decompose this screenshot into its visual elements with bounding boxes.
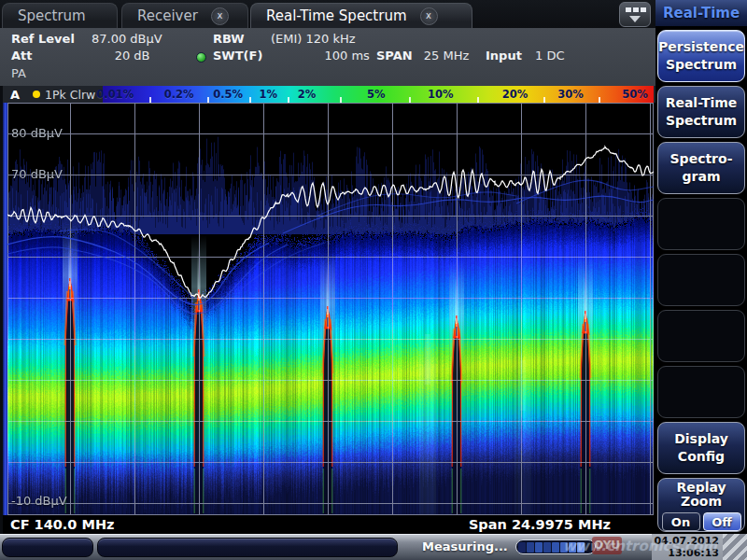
rbw-value: (EMI) 120 kHz bbox=[271, 32, 356, 46]
span-value: 25 MHz bbox=[424, 49, 470, 63]
trace-color-icon bbox=[33, 91, 40, 98]
softkey-empty-2 bbox=[657, 254, 745, 306]
softkey-display-config[interactable]: Display Config bbox=[657, 422, 745, 474]
measurement-display: A 1Pk Clrw 0.01% 0.2% 0.5% 1% 2% 5% 10% … bbox=[3, 86, 655, 534]
softkey-real-time-spectrum[interactable]: Real-Time Spectrum bbox=[657, 86, 745, 138]
y-axis-label: -10 dBµV bbox=[11, 494, 67, 508]
trace-label: 1Pk Clrw bbox=[45, 88, 95, 102]
att-field[interactable]: Att 20 dB bbox=[11, 49, 150, 63]
status-slot-2 bbox=[97, 538, 398, 557]
layout-grid-icon bbox=[633, 7, 639, 12]
softkey-sidebar: Real-Time Persistence Spectrum Real-Time… bbox=[655, 0, 747, 534]
ref-level-field[interactable]: Ref Level 87.00 dBµV bbox=[11, 32, 162, 46]
span-label: SPAN bbox=[376, 49, 413, 63]
status-bar: Measuring... bbox=[0, 534, 747, 560]
rbw-field[interactable]: RBW bbox=[213, 32, 245, 46]
layout-grid-icon bbox=[641, 7, 646, 12]
input-value: 1 DC bbox=[535, 49, 565, 63]
frequency-axis-bar: CF 140.0 MHz Span 24.9975 MHz bbox=[3, 515, 655, 534]
tab-layout-menu-button[interactable] bbox=[619, 2, 651, 27]
y-axis-label: 70 dBµV bbox=[11, 167, 63, 181]
att-label: Att bbox=[11, 49, 33, 63]
input-label: Input bbox=[486, 49, 522, 63]
measurement-progress-bar bbox=[515, 539, 596, 554]
layout-grid-icon bbox=[626, 7, 631, 12]
date-time-display: 04.07.2012 13:06:13 bbox=[652, 534, 747, 560]
scale-label: 1% bbox=[259, 88, 277, 101]
plot-area: 80 dBµV 70 dBµV -10 dBµV bbox=[7, 103, 654, 515]
replay-zoom-on-button[interactable]: On bbox=[662, 512, 700, 531]
scale-label: 0.5% bbox=[213, 88, 243, 101]
softkey-empty-4 bbox=[657, 366, 745, 418]
ref-level-label: Ref Level bbox=[11, 32, 75, 46]
scale-label: 30% bbox=[557, 88, 584, 101]
att-value: 20 dB bbox=[115, 49, 150, 63]
swt-value: 100 ms bbox=[324, 49, 369, 63]
scale-label: 5% bbox=[367, 88, 386, 101]
persistence-display-canvas bbox=[7, 103, 654, 515]
tab-receiver[interactable]: Receiver x bbox=[121, 3, 248, 28]
tab-real-time-spectrum[interactable]: Real-Time Spectrum x bbox=[250, 3, 472, 28]
chevron-down-icon bbox=[629, 16, 641, 22]
settings-header: Ref Level 87.00 dBµV RBW (EMI) 120 kHz A… bbox=[0, 28, 655, 86]
scale-label: 2% bbox=[298, 88, 317, 101]
scale-label: 0.01% bbox=[96, 88, 134, 101]
span-readout: Span 24.9975 MHz bbox=[469, 517, 611, 532]
tab-bar: Spectrum Receiver x Real-Time Spectrum x bbox=[0, 0, 655, 28]
date-value: 04.07.2012 bbox=[652, 535, 719, 547]
time-value: 13:06:13 bbox=[652, 547, 719, 559]
softkey-replay-zoom[interactable]: Replay Zoom On Off bbox=[657, 478, 745, 532]
scale-label: 50% bbox=[622, 88, 648, 101]
softkey-empty-1 bbox=[657, 198, 745, 250]
softkey-empty-3 bbox=[657, 310, 745, 362]
swt-label: SWT(F) bbox=[213, 49, 262, 63]
softkey-menu-title: Real-Time bbox=[655, 0, 747, 26]
tab-label: Spectrum bbox=[12, 7, 92, 24]
corner-grip-icon bbox=[723, 534, 747, 560]
softkey-persistence-spectrum[interactable]: Persistence Spectrum bbox=[657, 30, 745, 82]
y-axis-label: 80 dBµV bbox=[11, 126, 63, 140]
measuring-status: Measuring... bbox=[422, 539, 508, 553]
persistence-color-scale: 0.01% 0.2% 0.5% 1% 2% 5% 10% 20% 30% 50% bbox=[103, 86, 654, 103]
scale-label: 20% bbox=[502, 88, 529, 101]
ref-level-value: 87.00 dBµV bbox=[92, 32, 162, 46]
tab-spectrum[interactable]: Spectrum bbox=[2, 3, 118, 28]
close-icon[interactable]: x bbox=[420, 7, 438, 25]
rbw-label: RBW bbox=[213, 32, 245, 46]
scale-label: 10% bbox=[428, 88, 454, 101]
display-legend-bar: A 1Pk Clrw 0.01% 0.2% 0.5% 1% 2% 5% 10% … bbox=[3, 86, 655, 103]
preamp-indicator: PA bbox=[11, 66, 26, 80]
sweep-led-icon bbox=[196, 52, 206, 63]
input-field[interactable]: Input 1 DC bbox=[486, 49, 565, 63]
analyzer-screen: Spectrum Receiver x Real-Time Spectrum x… bbox=[0, 0, 747, 560]
tab-label: Real-Time Spectrum bbox=[261, 7, 413, 24]
replay-zoom-off-button[interactable]: Off bbox=[703, 512, 741, 531]
close-icon[interactable]: x bbox=[211, 7, 229, 25]
window-label: A bbox=[3, 88, 27, 102]
status-slot-1 bbox=[2, 538, 93, 557]
swt-field[interactable]: SWT(F) 100 ms bbox=[213, 49, 370, 63]
scale-label: 0.2% bbox=[164, 88, 194, 101]
center-frequency-readout: CF 140.0 MHz bbox=[10, 517, 115, 532]
tab-label: Receiver bbox=[132, 7, 204, 24]
replay-zoom-toggle: On Off bbox=[662, 512, 741, 531]
softkey-spectrogram[interactable]: Spectro- gram bbox=[657, 142, 745, 194]
span-field[interactable]: SPAN 25 MHz bbox=[376, 49, 469, 63]
